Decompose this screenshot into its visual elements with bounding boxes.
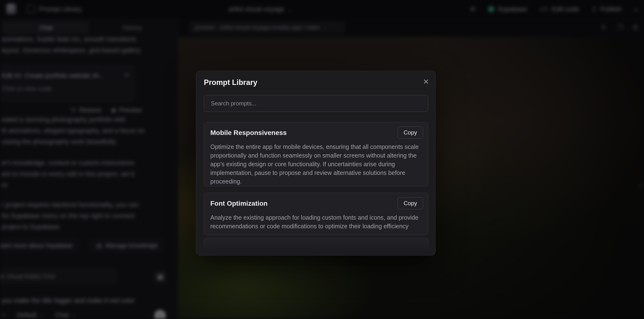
prompt-library-modal: Prompt Library ✕ Mobile Responsiveness C…	[196, 71, 436, 256]
copy-button[interactable]: Copy	[398, 197, 423, 209]
search-input[interactable]	[204, 95, 428, 112]
prompt-description: Optimize the entire app for mobile devic…	[210, 142, 422, 186]
copy-button[interactable]: Copy	[398, 126, 423, 138]
prompt-card: Mobile Responsiveness Copy Optimize the …	[204, 122, 428, 186]
prompt-description: Analyze the existing approach for loadin…	[210, 213, 422, 230]
prompt-title: Font Optimization	[210, 200, 268, 207]
app-window: Prompt Library artful visual voyage ⌄ ⚙ …	[0, 0, 644, 319]
modal-title: Prompt Library	[204, 78, 257, 87]
prompt-card-partial	[204, 238, 428, 252]
close-icon[interactable]: ✕	[423, 78, 429, 86]
prompt-title: Mobile Responsiveness	[210, 129, 286, 137]
prompt-card: Font Optimization Copy Analyze the exist…	[204, 193, 428, 235]
